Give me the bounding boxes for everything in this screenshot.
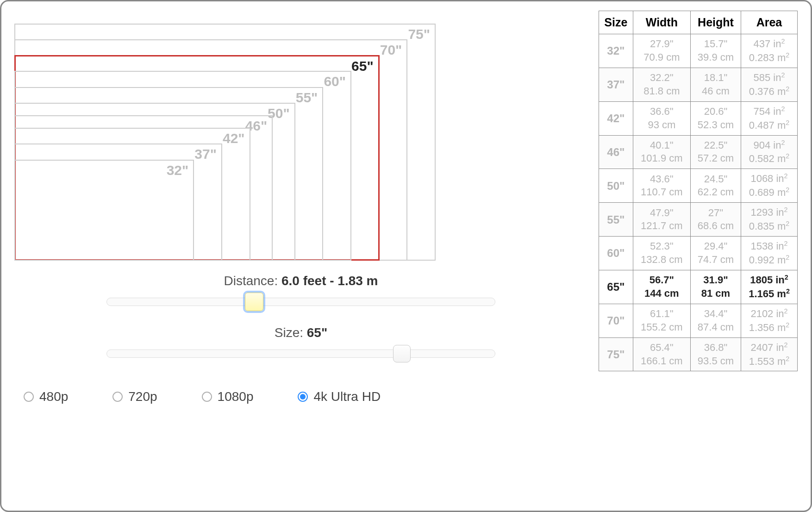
screen-rect-label: 37" <box>194 146 217 162</box>
table-row: 70"61.1"155.2 cm34.4"87.4 cm2102 in21.35… <box>599 304 798 337</box>
table-cell: 27"68.6 cm <box>690 203 741 237</box>
table-cell: 15.7"39.9 cm <box>690 34 741 68</box>
table-cell: 31.9"81 cm <box>690 270 741 304</box>
table-cell: 24.5"62.2 cm <box>690 169 741 203</box>
table-cell: 1293 in20.835 m2 <box>741 203 797 237</box>
distance-label: Distance: 6.0 feet - 1.83 m <box>14 274 587 288</box>
table-cell: 27.9"70.9 cm <box>633 34 690 68</box>
size-label: Size: 65" <box>14 325 587 340</box>
table-cell: 70" <box>599 304 633 337</box>
table-row: 55"47.9"121.7 cm27"68.6 cm1293 in20.835 … <box>599 203 798 237</box>
table-cell: 437 in20.283 m2 <box>741 34 797 68</box>
table-cell: 36.6"93 cm <box>633 101 690 135</box>
radio-label: 720p <box>128 389 157 404</box>
table-cell: 56.7"144 cm <box>633 270 690 304</box>
resolution-radio-480p[interactable]: 480p <box>24 389 68 404</box>
table-cell: 1538 in20.992 m2 <box>741 237 797 270</box>
table-cell: 52.3"132.8 cm <box>633 237 690 270</box>
distance-value: 6.0 feet - 1.83 m <box>281 274 378 288</box>
resolution-radio-4k-ultra-hd[interactable]: 4k Ultra HD <box>298 389 381 404</box>
table-cell: 75" <box>599 337 633 371</box>
table-cell: 50" <box>599 169 633 203</box>
radio-dot-icon <box>112 392 123 402</box>
table-cell: 32" <box>599 34 633 68</box>
table-header: Area <box>741 11 797 34</box>
resolution-radio-720p[interactable]: 720p <box>112 389 157 404</box>
size-value: 65" <box>307 325 327 340</box>
radio-dot-icon <box>202 392 212 402</box>
size-label-text: Size: <box>275 325 307 340</box>
table-cell: 22.5"57.2 cm <box>690 135 741 169</box>
screen-rect-label: 42" <box>223 131 245 146</box>
table-row: 75"65.4"166.1 cm36.8"93.5 cm2407 in21.55… <box>599 337 798 371</box>
size-table: SizeWidthHeightArea 32"27.9"70.9 cm15.7"… <box>599 11 798 371</box>
resolution-radios: 480p720p1080p4k Ultra HD <box>14 389 587 404</box>
table-cell: 904 in20.582 m2 <box>741 135 797 169</box>
screen-rect-32: 32" <box>14 160 194 261</box>
table-row: 37"32.2"81.8 cm18.1"46 cm585 in20.376 m2 <box>599 68 798 101</box>
table-row: 32"27.9"70.9 cm15.7"39.9 cm437 in20.283 … <box>599 34 798 68</box>
table-cell: 46" <box>599 135 633 169</box>
table-cell: 20.6"52.3 cm <box>690 101 741 135</box>
table-row: 60"52.3"132.8 cm29.4"74.7 cm1538 in20.99… <box>599 237 798 270</box>
size-slider-thumb[interactable] <box>393 345 411 362</box>
table-cell: 42" <box>599 101 633 135</box>
tv-size-diagram: 75"70"65"60"55"50"46"42"37"32" <box>14 11 587 261</box>
table-cell: 2407 in21.553 m2 <box>741 337 797 371</box>
table-cell: 32.2"81.8 cm <box>633 68 690 101</box>
size-slider[interactable] <box>106 347 495 361</box>
screen-rect-label: 65" <box>351 58 374 74</box>
table-cell: 1068 in20.689 m2 <box>741 169 797 203</box>
table-cell: 37" <box>599 68 633 101</box>
screen-rect-label: 32" <box>167 162 189 178</box>
table-cell: 43.6"110.7 cm <box>633 169 690 203</box>
radio-label: 1080p <box>218 389 254 404</box>
table-cell: 40.1"101.9 cm <box>633 135 690 169</box>
table-row: 65"56.7"144 cm31.9"81 cm1805 in21.165 m2 <box>599 270 798 304</box>
radio-dot-icon <box>24 392 34 402</box>
distance-slider[interactable] <box>106 295 495 309</box>
table-cell: 34.4"87.4 cm <box>690 304 741 337</box>
table-cell: 585 in20.376 m2 <box>741 68 797 101</box>
table-cell: 65.4"166.1 cm <box>633 337 690 371</box>
table-cell: 61.1"155.2 cm <box>633 304 690 337</box>
table-cell: 2102 in21.356 m2 <box>741 304 797 337</box>
distance-slider-thumb[interactable] <box>245 293 263 311</box>
radio-dot-icon <box>298 392 308 402</box>
table-cell: 29.4"74.7 cm <box>690 237 741 270</box>
table-cell: 36.8"93.5 cm <box>690 337 741 371</box>
radio-label: 4k Ultra HD <box>313 389 381 404</box>
radio-label: 480p <box>39 389 68 404</box>
table-header: Width <box>633 11 690 34</box>
distance-label-text: Distance: <box>224 274 281 288</box>
resolution-radio-1080p[interactable]: 1080p <box>202 389 254 404</box>
screen-rect-label: 55" <box>296 90 318 106</box>
screen-rect-label: 60" <box>324 74 346 89</box>
table-cell: 65" <box>599 270 633 304</box>
screen-rect-label: 75" <box>408 26 430 42</box>
table-cell: 60" <box>599 237 633 270</box>
table-row: 46"40.1"101.9 cm22.5"57.2 cm904 in20.582… <box>599 135 798 169</box>
table-cell: 754 in20.487 m2 <box>741 101 797 135</box>
table-cell: 47.9"121.7 cm <box>633 203 690 237</box>
table-row: 42"36.6"93 cm20.6"52.3 cm754 in20.487 m2 <box>599 101 798 135</box>
table-cell: 55" <box>599 203 633 237</box>
table-row: 50"43.6"110.7 cm24.5"62.2 cm1068 in20.68… <box>599 169 798 203</box>
table-header: Height <box>690 11 741 34</box>
table-cell: 1805 in21.165 m2 <box>741 270 797 304</box>
table-cell: 18.1"46 cm <box>690 68 741 101</box>
screen-rect-label: 70" <box>380 42 402 58</box>
table-header: Size <box>599 11 633 34</box>
